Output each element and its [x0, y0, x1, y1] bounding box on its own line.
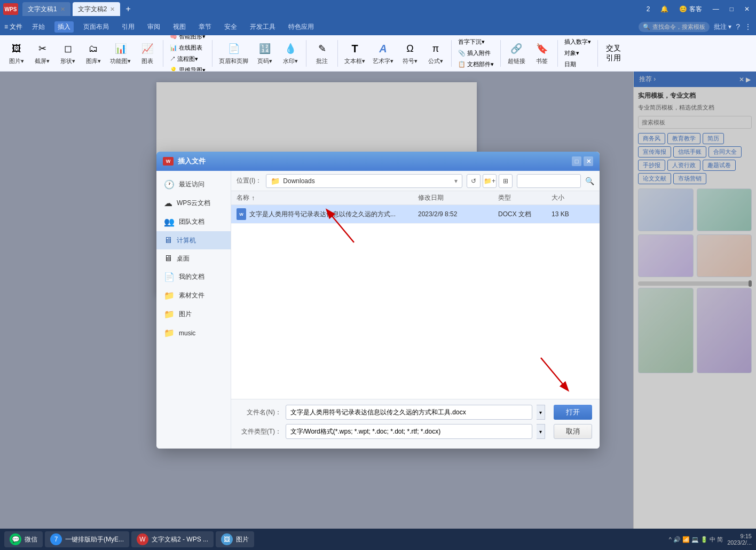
menu-reference[interactable]: 引用 [119, 21, 138, 33]
nav-new-folder-btn[interactable]: 📁+ [483, 174, 497, 188]
sidebar-item-material[interactable]: 📁 素材文件 [156, 286, 231, 305]
material-icon: 📁 [164, 290, 175, 301]
location-bar[interactable]: 📁 Downloads ▾ [266, 174, 462, 188]
tab-2-close[interactable]: ✕ [110, 6, 115, 13]
col-name[interactable]: 名称 ↑ [237, 193, 418, 202]
tab-1[interactable]: 文字文稿1 ✕ [22, 2, 70, 16]
toolbar-header[interactable]: 📄 页眉和页脚 [216, 39, 251, 67]
col-size[interactable]: 大小 [552, 193, 594, 202]
restore-btn[interactable]: □ [727, 4, 737, 14]
toolbar-gallery[interactable]: 🗂 图库▾ [81, 39, 106, 67]
nav-refresh-btn[interactable]: ↺ [467, 174, 481, 188]
window-count[interactable]: 2 [643, 4, 653, 14]
menu-security[interactable]: 安全 [221, 21, 240, 33]
filename-dropdown[interactable]: ▾ [537, 405, 545, 420]
toolbar-textbox[interactable]: T 文本框▾ [341, 39, 368, 67]
taskbar-myeditor[interactable]: 7 一键排版助手(MyE... [45, 531, 129, 547]
docpart-btn[interactable]: 📋 文档部件▾ [455, 59, 497, 69]
time-display: 9:15 [727, 533, 752, 539]
date-btn[interactable]: 日期 [561, 59, 594, 69]
toolbar-wordart[interactable]: A 艺术字▾ [369, 39, 397, 67]
sidebar-item-computer[interactable]: 🖥 计算机 [156, 231, 231, 249]
help-btn[interactable]: ? [736, 22, 740, 31]
recent-icon: 🕐 [164, 179, 175, 190]
sep6 [500, 40, 501, 67]
tab-1-close[interactable]: ✕ [60, 6, 65, 13]
more-btn[interactable]: ⋮ [744, 22, 752, 31]
sidebar-item-desktop[interactable]: 🖥 桌面 [156, 249, 231, 268]
search-icon[interactable]: 🔍 [585, 177, 594, 185]
tab-2[interactable]: 文字文稿2 ✕ [73, 2, 121, 16]
sidebar-item-cloud[interactable]: ☁ WPS云文档 [156, 194, 231, 213]
flowchart-btn[interactable]: ↗ 流程图▾ [167, 54, 209, 64]
menu-review[interactable]: 审阅 [144, 21, 163, 33]
file-list-area[interactable]: W 文字是人类用符号记录表达信息以传之久远的方式... 2023/2/9 8:5… [231, 205, 600, 399]
sidebar-item-pictures[interactable]: 📁 图片 [156, 305, 231, 324]
comment-btn[interactable]: 批注 ▾ [714, 22, 731, 32]
wps-logo[interactable]: WPS [3, 3, 18, 15]
taskbar-images[interactable]: 🖼 图片 [216, 531, 254, 547]
toolbar-hyperlink[interactable]: 🔗 超链接 [504, 39, 529, 67]
notification-bell[interactable]: 🔔 [657, 4, 672, 14]
filetype-dropdown[interactable]: ▾ [537, 424, 545, 439]
dropcap-btn[interactable]: 首字下沉▾ [455, 37, 497, 47]
col-date[interactable]: 修改日期 [418, 193, 498, 202]
toolbar-watermark[interactable]: 💧 水印▾ [278, 39, 303, 67]
online-chart-btn[interactable]: 📊 在线图表 [167, 43, 209, 53]
file-row-0[interactable]: W 文字是人类用符号记录表达信息以传之久远的方式... 2023/2/9 8:5… [231, 205, 600, 224]
sidebar-item-recent[interactable]: 🕐 最近访问 [156, 175, 231, 194]
menu-layout[interactable]: 页面布局 [80, 21, 112, 33]
menu-insert[interactable]: 插入 [54, 21, 74, 33]
toolbar-image[interactable]: 🖼 图片▾ [4, 39, 29, 67]
attachment-btn[interactable]: 📎 插入附件 [455, 48, 497, 58]
toolbar-chart[interactable]: 📈 图表 [135, 39, 160, 67]
menu-view[interactable]: 视图 [170, 21, 189, 33]
nav-view-btn[interactable]: ⊞ [499, 174, 513, 188]
dialog-close-btn[interactable]: ✕ [584, 156, 593, 166]
taskbar-tray-icons: ^ 🔊 📶 💻 🔋 中 简 [669, 536, 723, 544]
cancel-button[interactable]: 取消 [554, 424, 592, 439]
file-date-0: 2023/2/9 8:52 [418, 210, 498, 218]
toolbar-bookmark[interactable]: 🔖 书签 [530, 39, 554, 67]
location-dropdown[interactable]: ▾ [454, 177, 458, 185]
sidebar-item-team[interactable]: 👥 团队文档 [156, 213, 231, 231]
sidebar-item-music[interactable]: 📁 music [156, 324, 231, 342]
filetype-input[interactable] [286, 424, 532, 439]
file-search-input[interactable] [517, 174, 581, 188]
toolbar-formula[interactable]: π 公式▾ [423, 39, 448, 67]
dialog-address-toolbar: 位置(I)： 📁 Downloads ▾ ↺ 📁+ ⊞ 🔍 [231, 171, 600, 191]
toolbar-comment[interactable]: ✎ 批注 [310, 39, 334, 67]
menu-section[interactable]: 章节 [195, 21, 215, 33]
menu-special[interactable]: 特色应用 [285, 21, 317, 33]
smartart-btn[interactable]: 🧠 智能图形▾ [167, 35, 209, 42]
toolbar-screenshot[interactable]: ✂ 截屏▾ [30, 39, 54, 67]
close-btn[interactable]: ✕ [741, 4, 753, 14]
sidebar-item-documents[interactable]: 📄 我的文档 [156, 268, 231, 286]
filename-input[interactable] [286, 405, 532, 420]
tab-2-label: 文字文稿2 [78, 5, 107, 14]
bookmark-icon: 🔖 [534, 41, 549, 56]
toolbar-symbol[interactable]: Ω 符号▾ [398, 39, 422, 67]
taskbar-wechat[interactable]: 💬 微信 [4, 531, 43, 547]
menu-dev[interactable]: 开发工具 [247, 21, 279, 33]
insert-number-btn[interactable]: 插入数字▾ [561, 37, 594, 47]
col-type[interactable]: 类型 [498, 193, 552, 202]
dialog-restore-btn[interactable]: □ [572, 156, 581, 166]
col-size-label: 大小 [552, 193, 564, 202]
top-right-controls: 2 🔔 😊 客客 — □ ✕ [643, 4, 753, 15]
toolbar-funcmap[interactable]: 📊 功能图▾ [107, 39, 134, 67]
tab-add-button[interactable]: + [122, 4, 133, 14]
header-icon: 📄 [226, 41, 241, 56]
open-button[interactable]: 打开 [554, 405, 592, 420]
doc-icon-0: W [237, 208, 246, 220]
object-btn[interactable]: 对象▾ [561, 48, 594, 58]
minimize-btn[interactable]: — [710, 4, 722, 14]
menu-start[interactable]: 开始 [29, 21, 48, 33]
mindmap-btn[interactable]: 💡 思维导图▾ [167, 65, 209, 72]
taskbar-wps[interactable]: W 文字文稿2 - WPS ... [131, 531, 214, 547]
user-avatar[interactable]: 😊 客客 [676, 4, 705, 15]
toolbar-pageno[interactable]: 🔢 页码▾ [253, 39, 277, 67]
toolbar-shape[interactable]: ◻ 形状▾ [56, 39, 80, 67]
toolbar-crossref[interactable]: 交叉引用 [601, 44, 626, 63]
file-menu[interactable]: ≡ 文件 [4, 22, 22, 32]
